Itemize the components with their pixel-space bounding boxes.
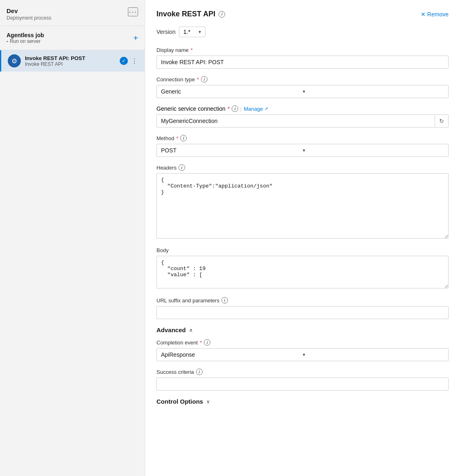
version-select[interactable]: 1.* ▾ (179, 27, 205, 37)
agentless-job-sub: ▪ Run on server (7, 38, 44, 44)
agentless-job-info: Agentless job ▪ Run on server (7, 32, 44, 44)
version-row: Version 1.* ▾ (156, 27, 449, 37)
display-name-label: Display name * (156, 47, 449, 53)
task-check-icon: ✓ (120, 57, 128, 65)
task-actions: ✓ ⋮ (120, 57, 138, 65)
connection-type-chevron-icon: ▾ (303, 89, 444, 94)
remove-x-icon: ✕ (421, 11, 426, 18)
display-name-input[interactable] (156, 56, 449, 69)
headers-info-icon[interactable]: i (179, 164, 185, 171)
method-label-row: Method * i (156, 135, 449, 141)
success-criteria-info-icon[interactable]: i (196, 369, 203, 375)
body-textarea[interactable]: { "count" : 19 "value" : [ (156, 256, 449, 288)
completion-event-select[interactable]: ApiResponse ▾ (156, 348, 449, 361)
success-criteria-input[interactable] (156, 378, 449, 391)
version-chevron-icon: ▾ (199, 29, 201, 35)
connection-type-select[interactable]: Generic ▾ (156, 85, 449, 98)
method-chevron-icon: ▾ (303, 147, 444, 153)
task-info: Invoke REST API: POST Invoke REST API (25, 55, 120, 67)
task-sub: Invoke REST API (25, 61, 120, 67)
method-group: Method * i POST ▾ (156, 135, 449, 157)
refresh-button[interactable]: ↻ (435, 115, 448, 127)
connection-value: MyGenericConnection (157, 115, 435, 127)
advanced-section-header[interactable]: Advanced ∧ (156, 326, 449, 333)
control-options-label: Control Options (156, 398, 203, 405)
headers-label-row: Headers i (156, 164, 449, 171)
method-info-icon[interactable]: i (180, 135, 187, 141)
body-label: Body (156, 247, 449, 253)
main-title-group: Invoke REST API i (156, 10, 225, 18)
main-panel: Invoke REST API i ✕ Remove Version 1.* ▾… (145, 0, 460, 476)
sidebar-header: Dev Deployment process ··· (0, 0, 145, 26)
agentless-job-title: Agentless job (7, 32, 44, 38)
manage-link[interactable]: Manage ↗ (244, 106, 268, 112)
headers-group: Headers i { "Content-Type":"application/… (156, 164, 449, 240)
generic-service-label-row: Generic service connection * i | Manage … (156, 105, 449, 112)
url-suffix-info-icon[interactable]: i (221, 297, 228, 304)
generic-service-select[interactable]: MyGenericConnection ↻ (156, 114, 449, 127)
connection-type-value: Generic (161, 88, 303, 95)
main-header: Invoke REST API i ✕ Remove (156, 10, 449, 18)
agentless-job-section: Agentless job ▪ Run on server + (0, 26, 145, 50)
completion-event-label-row: Completion event * i (156, 339, 449, 346)
version-label: Version (156, 29, 176, 35)
remove-button[interactable]: ✕ Remove (421, 11, 449, 18)
task-gear-icon: ⚙ (8, 54, 21, 67)
display-name-group: Display name * (156, 47, 449, 69)
url-suffix-label-row: URL suffix and parameters i (156, 297, 449, 304)
method-value: POST (161, 147, 303, 154)
url-suffix-group: URL suffix and parameters i (156, 297, 449, 319)
sidebar-subtitle: Deployment process (7, 15, 51, 21)
advanced-label: Advanced (156, 326, 186, 333)
connection-type-label-row: Connection type * i (156, 76, 449, 83)
headers-textarea[interactable]: { "Content-Type":"application/json" } (156, 173, 449, 239)
version-value: 1.* (183, 29, 190, 35)
sidebar-title-group: Dev Deployment process (7, 7, 51, 21)
title-info-icon[interactable]: i (219, 11, 225, 18)
display-name-required: * (191, 47, 193, 53)
generic-service-group: Generic service connection * i | Manage … (156, 105, 449, 127)
task-more-button[interactable]: ⋮ (131, 57, 138, 65)
sidebar-more-button[interactable]: ··· (128, 7, 138, 16)
success-criteria-label-row: Success criteria i (156, 369, 449, 375)
connection-type-info-icon[interactable]: i (201, 76, 208, 83)
sidebar: Dev Deployment process ··· Agentless job… (0, 0, 145, 476)
task-item[interactable]: ⚙ Invoke REST API: POST Invoke REST API … (0, 50, 145, 72)
control-options-header[interactable]: Control Options ∨ (156, 398, 449, 405)
completion-event-required: * (200, 340, 202, 346)
success-criteria-group: Success criteria i (156, 369, 449, 391)
pipe-separator: | (240, 106, 241, 112)
completion-event-info-icon[interactable]: i (204, 339, 210, 346)
connection-type-group: Connection type * i Generic ▾ (156, 76, 449, 98)
remove-label: Remove (427, 11, 449, 18)
method-select[interactable]: POST ▾ (156, 144, 449, 157)
main-title-text: Invoke REST API (156, 10, 215, 18)
generic-service-required: * (228, 105, 230, 112)
connection-type-required: * (197, 76, 199, 83)
url-suffix-input[interactable] (156, 306, 449, 319)
task-name: Invoke REST API: POST (25, 55, 120, 61)
control-options-chevron-icon: ∨ (206, 399, 210, 404)
completion-event-group: Completion event * i ApiResponse ▾ (156, 339, 449, 361)
external-link-icon: ↗ (264, 106, 268, 112)
method-required: * (176, 135, 178, 141)
add-task-button[interactable]: + (133, 34, 138, 42)
agentless-job-sub-label: Run on server (10, 38, 40, 44)
sidebar-title: Dev (7, 7, 51, 14)
generic-service-info-icon[interactable]: i (232, 105, 238, 112)
body-group: Body { "count" : 19 "value" : [ (156, 247, 449, 290)
server-icon: ▪ (7, 39, 8, 44)
completion-event-value: ApiResponse (161, 351, 303, 358)
completion-event-chevron-icon: ▾ (303, 352, 444, 358)
advanced-chevron-icon: ∧ (189, 327, 193, 333)
